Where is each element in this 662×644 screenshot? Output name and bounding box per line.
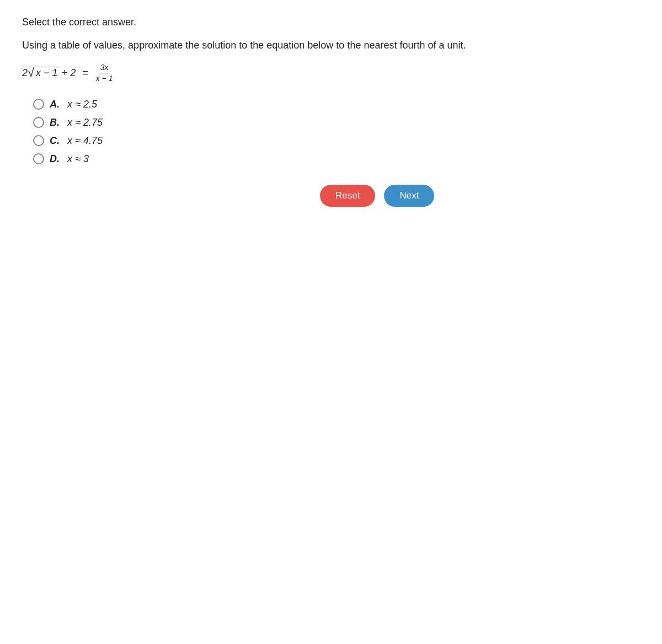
option-d[interactable]: D. x ≈ 3 [33,153,640,165]
reset-button[interactable]: Reset [320,185,375,207]
sqrt-wrapper: √x − 1 [28,67,59,79]
option-d-value: x ≈ 3 [67,153,89,165]
equation-rhs: 3x x − 1 [95,63,114,83]
option-c-value: x ≈ 4.75 [67,135,103,147]
sqrt-symbol: √ [28,67,34,79]
rhs-numerator: 3x [99,63,110,73]
question-text: Using a table of values, approximate the… [22,38,496,53]
option-d-label: D. [50,153,60,165]
equation: 2 √x − 1 + 2 = 3x x − 1 [22,63,640,83]
option-a-label: A. [50,99,60,110]
option-a-radio[interactable] [33,99,44,110]
option-b-label: B. [50,117,60,128]
buttons-row: Reset Next [320,185,640,207]
option-b[interactable]: B. x ≈ 2.75 [33,117,640,128]
option-c-radio[interactable] [33,135,44,146]
option-b-value: x ≈ 2.75 [67,117,103,128]
rhs-denominator: x − 1 [95,73,114,83]
option-a-value: x ≈ 2.5 [67,99,97,110]
sqrt-content: x − 1 [35,67,59,79]
option-d-radio[interactable] [33,153,44,164]
option-c-label: C. [50,135,60,147]
next-button[interactable]: Next [384,185,434,207]
equation-lhs: 2 √x − 1 + 2 [22,67,76,79]
options-list: A. x ≈ 2.5 B. x ≈ 2.75 C. x ≈ 4.75 D. x … [22,99,640,165]
instruction-text: Select the correct answer. [22,17,640,28]
option-c[interactable]: C. x ≈ 4.75 [33,135,640,147]
option-a[interactable]: A. x ≈ 2.5 [33,99,640,110]
option-b-radio[interactable] [33,117,44,128]
